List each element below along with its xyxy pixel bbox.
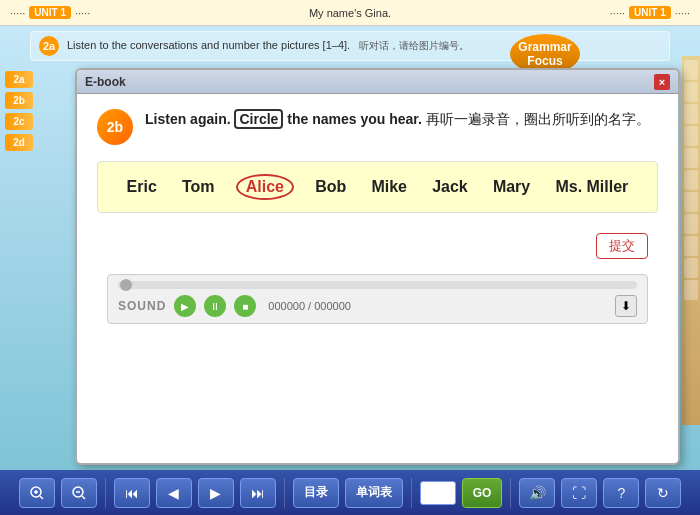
- side-strip-right: [682, 56, 700, 425]
- toolbar-go-button[interactable]: GO: [462, 478, 503, 508]
- submit-area: 提交: [97, 233, 658, 259]
- audio-controls: SOUND ▶ ⏸ ■ 000000 / 000000 ⬇: [118, 295, 637, 317]
- top-banner-title: My name's Gina.: [309, 7, 391, 19]
- name-jack[interactable]: Jack: [428, 176, 472, 198]
- top-banner-dots-right2: ·····: [675, 7, 690, 19]
- audio-player: SOUND ▶ ⏸ ■ 000000 / 000000 ⬇: [107, 274, 648, 324]
- toolbar-sep4: [510, 478, 511, 508]
- circle-word: Circle: [234, 109, 283, 129]
- instruction-en-after: the names you hear.: [283, 111, 425, 127]
- audio-pause-button[interactable]: ⏸: [204, 295, 226, 317]
- audio-progress-bar[interactable]: [118, 281, 637, 289]
- names-row: Eric Tom Alice Bob Mike Jack Mary Ms. Mi…: [97, 161, 658, 213]
- top-banner-unit-left: UNIT 1: [29, 6, 71, 19]
- submit-button[interactable]: 提交: [596, 233, 648, 259]
- ebook-titlebar: E-book ×: [77, 70, 678, 94]
- toolbar-sep2: [284, 478, 285, 508]
- grammar-focus-line2: Focus: [518, 54, 571, 68]
- svg-line-1: [40, 496, 43, 499]
- toolbar-zoom-out-button[interactable]: [61, 478, 97, 508]
- toolbar-prev-button[interactable]: ◀: [156, 478, 192, 508]
- toolbar-last-button[interactable]: ⏭: [240, 478, 276, 508]
- toolbar-fullscreen-button[interactable]: ⛶: [561, 478, 597, 508]
- toolbar-help-button[interactable]: ?: [603, 478, 639, 508]
- activity-2a-chinese: 听对话，请给图片编号。: [359, 40, 469, 51]
- top-banner-right: ····· UNIT 1 ·····: [610, 6, 690, 19]
- ebook-title-text: E-book: [85, 75, 126, 89]
- audio-label: SOUND: [118, 299, 166, 313]
- audio-time: 000000 / 000000: [268, 300, 351, 312]
- side-tabs: 2a 2b 2c 2d: [5, 71, 33, 151]
- toolbar-page-input[interactable]: [420, 481, 456, 505]
- side-tab-2c[interactable]: 2c: [5, 113, 33, 130]
- audio-progress-thumb[interactable]: [120, 279, 132, 291]
- instruction-text: Listen again. Circle the names you hear.…: [145, 109, 650, 130]
- toolbar-sep3: [411, 478, 412, 508]
- toolbar-next-button[interactable]: ▶: [198, 478, 234, 508]
- toolbar-volume-button[interactable]: 🔊: [519, 478, 555, 508]
- top-banner-left: ····· UNIT 1 ·····: [10, 6, 90, 19]
- name-eric[interactable]: Eric: [123, 176, 161, 198]
- name-mary[interactable]: Mary: [489, 176, 534, 198]
- toolbar-sep1: [105, 478, 106, 508]
- bottom-toolbar: ⏮ ◀ ▶ ⏭ 目录 单词表 GO 🔊 ⛶ ? ↻: [0, 470, 700, 515]
- audio-download-button[interactable]: ⬇: [615, 295, 637, 317]
- side-tab-2d[interactable]: 2d: [5, 134, 33, 151]
- name-bob[interactable]: Bob: [311, 176, 350, 198]
- activity-2a-badge: 2a: [39, 36, 59, 56]
- side-tab-2b[interactable]: 2b: [5, 92, 33, 109]
- name-mike[interactable]: Mike: [367, 176, 411, 198]
- badge-label: 2b: [107, 119, 123, 135]
- toolbar-wordlist-button[interactable]: 单词表: [345, 478, 403, 508]
- top-banner-unit-right: UNIT 1: [629, 6, 671, 19]
- grammar-focus-line1: Grammar: [518, 40, 571, 54]
- ebook-content: 2b Listen again. Circle the names you he…: [77, 94, 678, 334]
- ebook-badge-2b: 2b: [97, 109, 133, 145]
- top-banner-dots-right: ·····: [610, 7, 625, 19]
- main-area: 2a Listen to the conversations and numbe…: [0, 26, 700, 470]
- toolbar-catalog-button[interactable]: 目录: [293, 478, 339, 508]
- toolbar-zoom-in-button[interactable]: [19, 478, 55, 508]
- name-alice[interactable]: Alice: [236, 174, 294, 200]
- top-banner-dots-left: ·····: [10, 7, 25, 19]
- name-ms-miller[interactable]: Ms. Miller: [551, 176, 632, 198]
- instruction-zh: 再听一遍录音，圈出所听到的名字。: [426, 111, 650, 127]
- side-tab-2a[interactable]: 2a: [5, 71, 33, 88]
- top-banner-center: My name's Gina.: [309, 7, 391, 19]
- audio-stop-button[interactable]: ■: [234, 295, 256, 317]
- instruction-en-before: Listen again.: [145, 111, 234, 127]
- svg-line-5: [82, 496, 85, 499]
- toolbar-refresh-button[interactable]: ↻: [645, 478, 681, 508]
- ebook-close-button[interactable]: ×: [654, 74, 670, 90]
- activity-2a-instruction: Listen to the conversations and number t…: [67, 39, 350, 51]
- ebook-dialog: E-book × 2b Listen again. Circle the nam…: [75, 68, 680, 465]
- name-tom[interactable]: Tom: [178, 176, 219, 198]
- toolbar-first-button[interactable]: ⏮: [114, 478, 150, 508]
- top-banner-dots-left2: ·····: [75, 7, 90, 19]
- top-banner: ····· UNIT 1 ····· My name's Gina. ·····…: [0, 0, 700, 26]
- ebook-header: 2b Listen again. Circle the names you he…: [97, 109, 658, 145]
- audio-play-button[interactable]: ▶: [174, 295, 196, 317]
